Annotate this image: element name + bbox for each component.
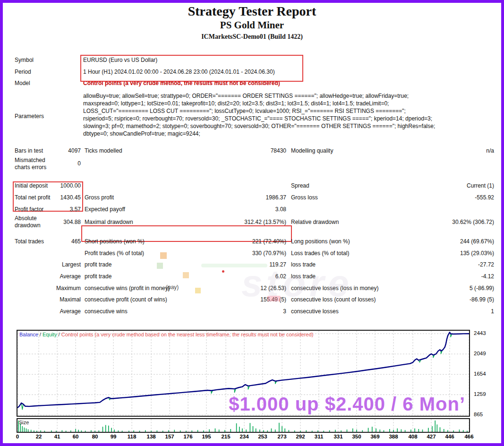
parameters-line: allowBuy=true; allowSell=true; strattype… [83, 93, 409, 99]
watermark-pay-text: (pay) [166, 284, 179, 291]
stat-label: Profit trades (% of total) [85, 250, 214, 257]
stat-label: Average [15, 308, 81, 315]
stat-label: Maximum [15, 285, 81, 292]
stat-value: 244 (69.67%) [427, 238, 494, 245]
legend-equity: Equity [43, 332, 57, 337]
size-panel: Size [17, 418, 470, 433]
stat-label: Loss trades (% of total) [291, 250, 427, 257]
watermark-chart-text: $1.000 up $2.400 / 6 Mon’ [229, 394, 465, 415]
stat-value: 1 [427, 308, 494, 315]
stat-label: consecutive losses [291, 308, 427, 315]
stat-value: -27.72 [427, 261, 494, 268]
parameters-line: maxspread=0; lottype=1; lotSize=0.01; ta… [83, 100, 389, 107]
parameters-line: slowing=3; pf=0; mamethod=2; stotype=0; … [83, 123, 435, 129]
stats-row: Total net profit1430.45Gross profit1986.… [15, 192, 494, 204]
stat-label: Expected payoff [85, 206, 214, 213]
x-axis-tick-label: 311 [315, 434, 324, 439]
stat-value: 135 (29.03%) [427, 250, 494, 257]
x-axis-tick-label: 446 [445, 434, 454, 439]
stat-label: profit trade [85, 273, 214, 280]
parameters-line: rsiperiod=5; rsiprice=0; roverbought=70;… [83, 115, 432, 122]
stat-value: 304.88 [56, 219, 81, 226]
stat-label: Long positions (won %) [291, 238, 427, 245]
period-label: Period [15, 69, 31, 75]
x-axis-tick-label: 195 [202, 434, 211, 439]
stat-label: Spread [291, 182, 427, 189]
stat-value: -555.92 [427, 194, 494, 201]
x-axis-tick-label: 41 [54, 434, 60, 439]
stat-value: 3 [214, 308, 286, 315]
balance-chart: Balance / Equity / Control points (a ver… [17, 330, 470, 417]
x-axis-tick-label: 388 [389, 434, 398, 439]
stat-label: Mismatched charts errors [15, 157, 56, 171]
legend-model-note: Control points (a very crude method base… [61, 332, 314, 337]
watermark-artifact [183, 272, 189, 278]
stat-value: n/a [427, 147, 494, 154]
stat-value: 5 (-86.99) [427, 285, 494, 292]
x-axis-tick-label: 157 [165, 434, 174, 439]
stats-row: Profit factor3.57Expected payoff3.08 [15, 204, 494, 215]
stat-label: Gross profit [85, 194, 214, 201]
stat-label: Ticks modelled [85, 147, 214, 154]
watermark-ghost-text: store [241, 262, 353, 305]
legend-separator: / [38, 332, 43, 337]
size-bars-plot [17, 419, 469, 432]
stat-label: Absolute drawdown [15, 215, 56, 229]
stat-value: 1000.00 [56, 182, 81, 189]
x-axis-tick-label: 99 [111, 434, 117, 439]
legend-balance: Balance [19, 332, 38, 337]
x-axis-tick-label: 118 [128, 434, 137, 439]
stat-label: Gross loss [291, 194, 427, 201]
x-axis-tick-label: 60 [73, 434, 79, 439]
x-axis-tick-label: 273 [277, 434, 286, 439]
x-axis-tick-label: 80 [92, 434, 98, 439]
stat-label: Total net profit [15, 194, 56, 201]
stats-row: Total trades465Short positions (won %)22… [15, 236, 494, 248]
stat-label: Profit factor [15, 206, 56, 213]
stat-value: 330 (70.97%) [214, 250, 286, 257]
legend-separator: / [57, 332, 61, 337]
stat-value: Current (1) [427, 182, 494, 189]
chart-legend: Balance / Equity / Control points (a ver… [19, 332, 313, 337]
strategy-tester-report-page: { "header": { "title": "Strategy Tester … [0, 0, 504, 446]
report-header: Strategy Tester Report PS Gold Miner ICM… [3, 4, 501, 41]
stat-value: 30.62% (306.72) [427, 219, 494, 226]
stat-label: consecutive wins [85, 308, 214, 315]
stat-value: -86.99 (5) [427, 296, 494, 303]
x-axis-tick-label: 408 [408, 434, 417, 439]
stat-value: 4097 [56, 147, 81, 154]
watermark-artifact [267, 296, 281, 301]
stats-row: Absolute drawdown304.88Maximal drawdown3… [15, 215, 494, 229]
x-axis-tick-label: 253 [258, 434, 267, 439]
stat-value: 3.08 [214, 206, 286, 213]
stat-value: 78430 [214, 147, 286, 154]
parameters-line: dbtype=0; showCandleProf=true; magic=924… [83, 130, 200, 137]
x-axis-tick-label: 466 [464, 434, 473, 439]
y-axis-tick-label: 865 [474, 412, 483, 417]
stat-value: 312.42 (13.57%) [214, 219, 286, 226]
stat-label: Largest [15, 261, 81, 268]
stat-label: Average [15, 273, 81, 280]
x-axis-tick-label: 350 [352, 434, 361, 439]
watermark-artifact [222, 270, 224, 273]
parameters-label: Parameters [15, 113, 44, 120]
stat-label: Maximal [15, 296, 81, 303]
stat-value: 1986.37 [214, 194, 286, 201]
stat-label: consecutive profit (count of wins) [85, 296, 214, 303]
stats-row: Profit trades (% of total)330 (70.97%)Lo… [15, 248, 494, 259]
page-title: Strategy Tester Report [3, 4, 501, 19]
watermark-artifact [160, 252, 167, 259]
stat-label: Maximal drawdown [85, 219, 214, 226]
watermark-artifact [195, 288, 201, 293]
x-axis-tick-label: 138 [147, 434, 156, 439]
stat-label: Relative drawdown [291, 219, 427, 226]
server-build: ICMarketsSC-Demo01 (Build 1422) [3, 33, 501, 41]
x-axis-tick-label: 176 [183, 434, 192, 439]
x-axis-tick-label: 234 [239, 434, 248, 439]
x-axis-tick-label: 22 [36, 434, 42, 439]
x-axis-tick-label: 292 [296, 434, 305, 439]
stat-value: 3.57 [56, 206, 81, 213]
x-axis-tick-label: 369 [370, 434, 379, 439]
parameters-line: LOSS_CUT="========= LOSS CUT =========";… [83, 108, 406, 114]
ea-name: PS Gold Miner [3, 19, 501, 31]
